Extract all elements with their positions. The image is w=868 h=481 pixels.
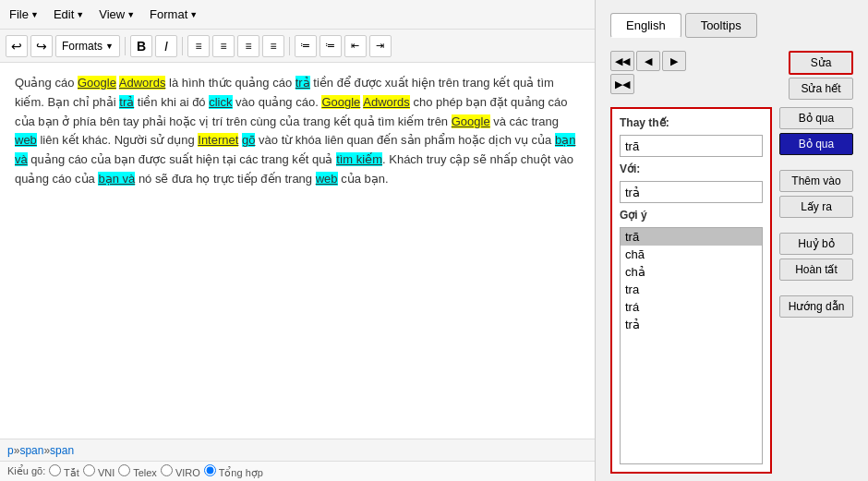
them-vao-button[interactable]: Thêm vào (779, 170, 853, 192)
spellcheck-area: Thay thế: Với: Gợi ý trã chã chả tra trá… (603, 107, 861, 474)
highlight-ban1: bạn và (15, 133, 575, 166)
ime-tat[interactable]: Tắt (49, 464, 79, 479)
align-justify-button[interactable]: ≡ (262, 35, 284, 57)
separator-3 (289, 37, 290, 55)
menu-view[interactable]: View ▼ (95, 6, 139, 23)
bullet-list-button[interactable]: ≔ (295, 35, 317, 57)
sua-buttons: Sửa Sửa hết (789, 51, 853, 100)
highlight-tra2: trả (119, 95, 134, 109)
redo-button[interactable]: ↪ (30, 35, 53, 57)
lay-ra-button[interactable]: Lấy ra (779, 196, 853, 218)
highlight-google3: Google (452, 114, 490, 128)
tab-tooltips[interactable]: Tooltips (685, 13, 757, 38)
voi-label: Với: (620, 162, 763, 175)
highlight-adwords2: Adwords (363, 95, 410, 109)
right-panel: English Tooltips ◀◀ ◀ ▶ ▶◀ Sửa Sửa hết T… (596, 0, 868, 481)
voi-input[interactable] (620, 181, 763, 203)
highlight-adwords: Adwords (119, 76, 166, 90)
highlight-web2: web (316, 172, 338, 186)
view-menu-arrow: ▼ (127, 10, 135, 19)
hoan-tat-button[interactable]: Hoàn tất (779, 259, 853, 281)
highlight-go: gõ (242, 133, 255, 147)
edit-menu-arrow: ▼ (76, 10, 84, 19)
highlight-ban2: bạn và (98, 172, 135, 186)
spacer2 (779, 222, 853, 229)
suggestion-item-5[interactable]: trả (621, 316, 762, 333)
content-paragraph: Quảng cáo Google Adwords là hình thức qu… (15, 74, 580, 189)
tab-english[interactable]: English (610, 13, 681, 38)
content-area[interactable]: Quảng cáo Google Adwords là hình thức qu… (0, 63, 595, 439)
status-bar: p » span » span (0, 439, 595, 461)
suggestion-item-2[interactable]: chả (621, 263, 762, 281)
breadcrumb-p[interactable]: p (7, 444, 14, 457)
suggestion-item-3[interactable]: tra (621, 281, 762, 298)
separator-2 (182, 37, 183, 55)
goi-y-label: Gợi ý (620, 209, 763, 222)
ime-label: Kiểu gõ: (7, 465, 45, 477)
menu-edit[interactable]: Edit ▼ (50, 6, 88, 23)
highlight-web1: web (15, 133, 37, 147)
ime-telex[interactable]: Telex (118, 464, 157, 478)
breadcrumb-span1[interactable]: span (19, 444, 43, 457)
align-center-button[interactable]: ≡ (212, 35, 235, 57)
spell-left-panel: Thay thế: Với: Gợi ý trã chã chả tra trá… (610, 107, 772, 474)
bo-qua2-button[interactable]: Bỏ qua (779, 133, 853, 155)
ime-viro[interactable]: VIRO (161, 464, 200, 478)
suggestion-item-4[interactable]: trá (621, 298, 762, 316)
breadcrumb-span2[interactable]: span (50, 444, 74, 457)
highlight-google: Google (78, 76, 116, 90)
highlight-tra1: trả (295, 76, 310, 90)
huong-dan-button[interactable]: Hướng dẫn (779, 295, 853, 318)
align-left-button[interactable]: ≡ (187, 35, 210, 57)
nav-prev-button[interactable]: ◀ (636, 51, 660, 71)
bo-qua-button[interactable]: Bỏ qua (779, 107, 853, 129)
nav-row-2: ▶◀ (610, 74, 686, 94)
undo-button[interactable]: ↩ (6, 35, 28, 57)
highlight-google2: Google (321, 95, 360, 109)
separator-1 (125, 37, 126, 55)
highlight-click: click (209, 95, 232, 109)
ime-bar: Kiểu gõ: Tắt VNI Telex VIRO Tổng hợp (0, 461, 595, 481)
toolbar: ↩ ↪ Formats ▼ B I ≡ ≡ ≡ ≡ ≔ ≔ ⇤ ⇥ (0, 30, 595, 63)
huy-bo-button[interactable]: Huỷ bỏ (779, 233, 853, 255)
italic-button[interactable]: I (155, 35, 177, 57)
outdent-button[interactable]: ⇤ (344, 35, 367, 57)
ime-vni[interactable]: VNI (83, 464, 115, 478)
sua-button[interactable]: Sửa (789, 51, 853, 75)
thay-the-input[interactable] (620, 135, 763, 157)
spell-right-buttons: Bỏ qua Bỏ qua Thêm vào Lấy ra Huỷ bỏ Hoà… (779, 107, 853, 474)
sua-het-button[interactable]: Sửa hết (789, 78, 853, 100)
nav-section: ◀◀ ◀ ▶ ▶◀ (610, 51, 686, 94)
editor-panel: File ▼ Edit ▼ View ▼ Format ▼ ↩ ↪ Format… (0, 0, 596, 481)
highlight-tim: tìm kiếm (336, 152, 382, 166)
menu-format[interactable]: Format ▼ (146, 6, 201, 23)
menu-file[interactable]: File ▼ (6, 6, 42, 23)
suggestion-item-1[interactable]: chã (621, 246, 762, 263)
nav-last-button[interactable]: ▶◀ (610, 74, 634, 94)
spacer3 (779, 284, 853, 292)
formats-arrow: ▼ (105, 42, 114, 51)
ime-tonghop[interactable]: Tổng hợp (204, 464, 263, 479)
nav-row-1: ◀◀ ◀ ▶ (610, 51, 686, 71)
suggestions-list[interactable]: trã chã chả tra trá trả (620, 227, 763, 464)
nav-next-button[interactable]: ▶ (662, 51, 686, 71)
ordered-list-button[interactable]: ≔ (319, 35, 342, 57)
suggestion-item-0[interactable]: trã (621, 228, 762, 246)
menu-bar: File ▼ Edit ▼ View ▼ Format ▼ (0, 0, 595, 30)
lang-tabs: English Tooltips (603, 7, 861, 43)
indent-button[interactable]: ⇥ (369, 35, 392, 57)
bold-button[interactable]: B (130, 35, 152, 57)
highlight-internet: Internet (198, 133, 238, 147)
file-menu-arrow: ▼ (30, 10, 39, 19)
formats-dropdown[interactable]: Formats ▼ (55, 35, 120, 57)
thay-the-label: Thay thế: (620, 116, 763, 129)
nav-first-button[interactable]: ◀◀ (610, 51, 634, 71)
align-right-button[interactable]: ≡ (237, 35, 259, 57)
spacer (779, 159, 853, 166)
format-menu-arrow: ▼ (189, 10, 198, 19)
